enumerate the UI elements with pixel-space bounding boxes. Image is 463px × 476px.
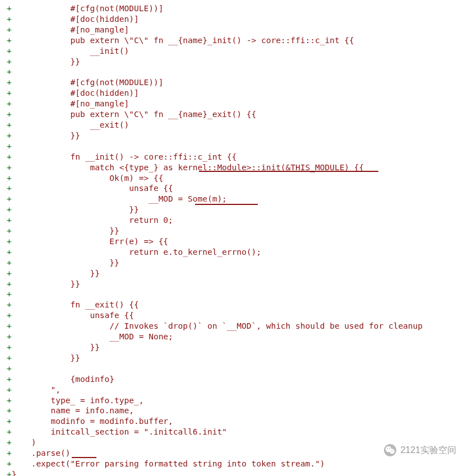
code-text: fn __exit() {{ bbox=[12, 300, 139, 309]
diff-code-block: + #[cfg(not(MODULE))]+ #[doc(hidden)]+ #… bbox=[0, 0, 463, 476]
code-text: }} bbox=[12, 269, 100, 278]
code-text: }} bbox=[12, 205, 139, 214]
code-line: + bbox=[7, 289, 456, 300]
code-text: pub extern \"C\" fn __{name}_exit() {{ bbox=[12, 110, 257, 119]
diff-plus-marker: + bbox=[7, 364, 12, 373]
diff-plus-marker: + bbox=[7, 4, 12, 13]
diff-plus-marker: + bbox=[7, 375, 12, 384]
code-line: + }} bbox=[7, 130, 456, 141]
code-line: + return e.to_kernel_errno(); bbox=[7, 247, 456, 258]
code-line: + unsafe {{ bbox=[7, 183, 456, 194]
code-text: ", bbox=[12, 385, 61, 394]
svg-point-3 bbox=[387, 448, 388, 449]
diff-plus-marker: + bbox=[7, 311, 12, 320]
code-line: + #[no_mangle] bbox=[7, 25, 456, 35]
code-text: }} bbox=[12, 258, 119, 267]
emphasis-underline bbox=[195, 204, 258, 205]
diff-plus-marker: + bbox=[7, 36, 12, 45]
diff-plus-marker: + bbox=[7, 290, 12, 298]
code-line: + unsafe {{ bbox=[7, 310, 456, 321]
code-text: name = info.name, bbox=[12, 406, 134, 415]
code-text: type_ = info.type_, bbox=[12, 396, 144, 405]
svg-point-5 bbox=[391, 450, 392, 451]
code-line: + return 0; bbox=[7, 215, 456, 226]
code-text: }} bbox=[12, 279, 80, 288]
diff-plus-marker: + bbox=[7, 78, 12, 87]
code-text: #[no_mangle] bbox=[12, 25, 129, 34]
diff-plus-marker: + bbox=[7, 152, 12, 161]
code-text: return e.to_kernel_errno(); bbox=[12, 248, 261, 256]
code-line: + Err(e) => {{ bbox=[7, 236, 456, 247]
code-line: + #[cfg(not(MODULE))] bbox=[7, 3, 456, 14]
code-line: + modinfo = modinfo.buffer, bbox=[7, 416, 456, 427]
code-line: + type_ = info.type_, bbox=[7, 395, 456, 406]
diff-plus-marker: + bbox=[7, 406, 12, 415]
diff-plus-marker: + bbox=[7, 269, 12, 278]
diff-plus-marker: + bbox=[7, 110, 12, 119]
code-line: + bbox=[7, 363, 456, 374]
code-text: initcall_section = ".initcall6.init" bbox=[12, 427, 227, 436]
diff-plus-marker: + bbox=[7, 449, 12, 458]
code-line: + __MOD = Some(m); bbox=[7, 194, 456, 204]
code-line: + }} bbox=[7, 204, 456, 215]
code-line: + initcall_section = ".initcall6.init" bbox=[7, 427, 456, 437]
emphasis-underline bbox=[72, 457, 96, 458]
diff-plus-marker: + bbox=[7, 300, 12, 309]
watermark: 2121实验空间 bbox=[383, 444, 456, 457]
code-text: Ok(m) => {{ bbox=[12, 174, 164, 183]
code-text: }} bbox=[12, 57, 80, 66]
diff-plus-marker: + bbox=[7, 353, 12, 362]
code-text: __MOD = Some(m); bbox=[12, 194, 227, 203]
code-line: + fn __init() -> core::ffi::c_int {{ bbox=[7, 152, 456, 162]
diff-plus-marker: + bbox=[7, 131, 12, 140]
diff-plus-marker: + bbox=[7, 99, 12, 108]
code-line: + }} bbox=[7, 57, 456, 67]
diff-plus-marker: + bbox=[7, 438, 12, 447]
diff-plus-marker: + bbox=[7, 15, 12, 24]
diff-plus-marker: + bbox=[7, 174, 12, 183]
code-line: + #[cfg(not(MODULE))] bbox=[7, 77, 456, 88]
code-line: +} bbox=[7, 469, 456, 476]
code-text: return 0; bbox=[12, 216, 173, 225]
code-text: }} bbox=[12, 343, 100, 352]
code-text: pub extern \"C\" fn __{name}_init() -> c… bbox=[12, 36, 354, 45]
code-text: #[cfg(not(MODULE))] bbox=[12, 4, 164, 13]
code-text: #[doc(hidden)] bbox=[12, 15, 139, 24]
code-line: + }} bbox=[7, 279, 456, 290]
diff-plus-marker: + bbox=[7, 332, 12, 341]
diff-plus-marker: + bbox=[7, 216, 12, 225]
diff-plus-marker: + bbox=[7, 385, 12, 394]
diff-plus-marker: + bbox=[7, 417, 12, 426]
code-line: + pub extern \"C\" fn __{name}_init() ->… bbox=[7, 35, 456, 46]
diff-plus-marker: + bbox=[7, 321, 12, 330]
diff-plus-marker: + bbox=[7, 194, 12, 203]
diff-plus-marker: + bbox=[7, 25, 12, 34]
code-line: + .expect("Error parsing formatted strin… bbox=[7, 459, 456, 469]
diff-plus-marker: + bbox=[7, 226, 12, 235]
code-text: unsafe {{ bbox=[12, 311, 134, 320]
diff-plus-marker: + bbox=[7, 396, 12, 405]
code-line: + __exit() bbox=[7, 120, 456, 130]
code-line: + __MOD = None; bbox=[7, 332, 456, 342]
diff-plus-marker: + bbox=[7, 279, 12, 288]
code-line: + #[doc(hidden)] bbox=[7, 14, 456, 25]
svg-point-4 bbox=[389, 448, 390, 449]
code-text: }} bbox=[12, 353, 80, 362]
code-text: .expect("Error parsing formatted string … bbox=[12, 459, 325, 468]
code-line: + fn __exit() {{ bbox=[7, 300, 456, 310]
code-line: + ", bbox=[7, 385, 456, 395]
diff-plus-marker: + bbox=[7, 237, 12, 246]
code-text: unsafe {{ bbox=[12, 184, 173, 193]
code-line: + name = info.name, bbox=[7, 405, 456, 416]
code-line: + bbox=[7, 141, 456, 152]
code-text: fn __init() -> core::ffi::c_int {{ bbox=[12, 152, 237, 161]
code-line: + }} bbox=[7, 353, 456, 363]
svg-point-2 bbox=[390, 449, 395, 454]
code-text: #[doc(hidden)] bbox=[12, 88, 139, 97]
code-line: + }} bbox=[7, 268, 456, 279]
diff-plus-marker: + bbox=[7, 248, 12, 256]
code-text: }} bbox=[12, 131, 80, 140]
diff-plus-marker: + bbox=[7, 57, 12, 66]
code-text: .parse() bbox=[12, 449, 71, 458]
code-text: {modinfo} bbox=[12, 375, 114, 384]
